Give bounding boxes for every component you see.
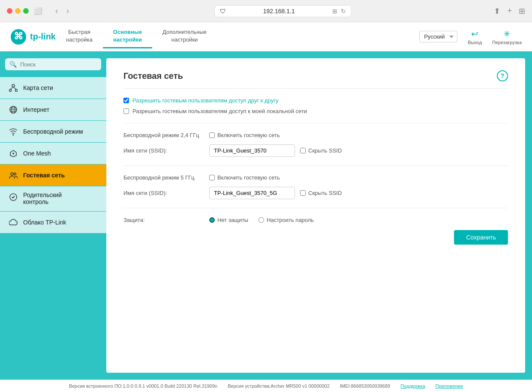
forward-button[interactable]: › [64, 6, 72, 16]
divider-1 [123, 123, 508, 123]
enable-guest-5-group: Включить гостевую сеть [209, 174, 280, 181]
minimize-dot[interactable] [15, 8, 21, 14]
sidebar-item-network-map[interactable]: Карта сети [0, 77, 106, 99]
share-icon[interactable]: ⬆ [494, 6, 500, 16]
svg-point-12 [13, 135, 14, 136]
wireless-label: Беспроводной режим [23, 128, 83, 135]
logout-label: Выход [468, 40, 482, 45]
set-password-label: Настроить пароль [267, 217, 314, 223]
enable-guest-5-label[interactable]: Включить гостевую сеть [217, 174, 280, 181]
sidebar-item-wireless[interactable]: Беспроводной режим [0, 121, 106, 142]
ssid-24-input[interactable] [209, 144, 295, 157]
sidebar-item-internet[interactable]: Интернет [0, 99, 106, 120]
search-box[interactable]: 🔍 [5, 58, 101, 70]
browser-actions: ⬆ + ⊞ [494, 6, 525, 16]
sidebar-item-parental-control[interactable]: Родительскийконтроль [0, 186, 106, 211]
app: ⌘ tp-link Быстрая настройка Основные нас… [0, 22, 532, 392]
svg-point-13 [12, 153, 14, 155]
set-password-radio[interactable] [258, 217, 264, 223]
guest-icon [9, 171, 18, 180]
svg-text:⌘: ⌘ [14, 31, 23, 42]
support-link[interactable]: Поддержка [400, 383, 425, 389]
protection-row: Защита: Нет защиты Настроить пароль [123, 217, 508, 223]
window-icon: ⬜ [34, 7, 42, 15]
tab-advanced[interactable]: Дополнительные настройки [152, 25, 217, 48]
ssid-5-label: Имя сети (SSID): [123, 190, 209, 196]
logo-icon: ⌘ [10, 29, 27, 45]
set-password-option[interactable]: Настроить пароль [258, 217, 314, 223]
logout-icon: ↩ [471, 29, 478, 39]
tabs-icon[interactable]: ⊞ [519, 6, 525, 16]
tab-basic[interactable]: Основные настройки [103, 25, 152, 48]
svg-point-4 [15, 90, 18, 92]
security-icon: 🛡 [220, 8, 226, 15]
allow-guest-to-local-label[interactable]: Разрешить гостевым пользователям доступ … [132, 108, 307, 114]
logo: ⌘ tp-link [10, 29, 56, 45]
save-button[interactable]: Сохранить [454, 230, 508, 245]
allow-guest-to-local-row: Разрешить гостевым пользователям доступ … [123, 108, 508, 114]
guest-network-label: Гостевая сеть [23, 172, 65, 179]
cloud-icon [9, 218, 18, 227]
svg-point-14 [11, 173, 13, 175]
one-mesh-label: One Mesh [23, 150, 51, 157]
wifi-icon [9, 127, 18, 136]
new-tab-icon[interactable]: + [507, 6, 512, 16]
allow-guest-to-guest-row: Разрешить гостевым пользователям доступ … [123, 97, 508, 104]
reboot-icon: ✳ [503, 29, 511, 39]
hide-ssid-5-label[interactable]: Скрыть SSID [308, 190, 342, 196]
save-btn-row: Сохранить [123, 230, 508, 245]
page-title-row: Гостевая сеть ? [123, 70, 508, 89]
svg-point-2 [12, 84, 15, 87]
hide-ssid-24-checkbox[interactable] [300, 148, 306, 153]
parental-icon [9, 192, 18, 202]
sidebar-item-tp-cloud[interactable]: Облако TP-Link [0, 212, 106, 233]
search-input[interactable] [20, 61, 97, 68]
divider-2 [123, 165, 508, 166]
device-info: Версия устройства:Archer MR500 v1 000000… [228, 383, 330, 389]
help-icon[interactable]: ? [497, 70, 508, 81]
tab-quick[interactable]: Быстрая настройка [56, 25, 103, 48]
band-5-label: Беспроводной режим 5 ГГц [123, 174, 209, 181]
maximize-dot[interactable] [23, 8, 29, 14]
svg-line-6 [13, 87, 16, 90]
internet-label: Интернет [23, 106, 49, 113]
address-icons: ⊞ ↻ [332, 8, 346, 15]
header: ⌘ tp-link Быстрая настройка Основные нас… [0, 22, 532, 51]
back-button[interactable]: ‹ [53, 6, 60, 16]
no-protection-radio[interactable] [209, 217, 215, 223]
band-24-row: Беспроводной режим 2,4 ГГц Включить гост… [123, 132, 508, 138]
no-protection-option[interactable]: Нет защиты [209, 217, 248, 223]
svg-line-5 [10, 87, 13, 90]
allow-guest-to-local-checkbox[interactable] [123, 108, 129, 114]
reboot-button[interactable]: ✳ Перезагрузка [492, 29, 522, 45]
content-panel: Гостевая сеть ? Разрешить гостевым польз… [106, 58, 525, 373]
logout-button[interactable]: ↩ Выход [468, 29, 482, 45]
sidebar-item-guest-network[interactable]: Гостевая сеть [0, 165, 106, 186]
enable-guest-24-checkbox[interactable] [209, 132, 215, 138]
reload-icon[interactable]: ↻ [341, 8, 346, 15]
browser-chrome: ⬜ ‹ › 🛡 192.168.1.1 ⊞ ↻ ⬆ + ⊞ [0, 0, 532, 22]
sidebar-item-one-mesh[interactable]: One Mesh [0, 143, 106, 164]
ssid-5-row: Имя сети (SSID): Скрыть SSID [123, 187, 508, 199]
hide-ssid-24-label[interactable]: Скрыть SSID [308, 147, 342, 154]
ssid-24-label: Имя сети (SSID): [123, 147, 209, 154]
page-title: Гостевая сеть [123, 71, 183, 81]
divider-3 [123, 208, 508, 208]
ssid-5-input[interactable] [209, 187, 295, 199]
close-dot[interactable] [7, 8, 12, 14]
allow-guest-to-guest-label[interactable]: Разрешить гостевым пользователям доступ … [132, 97, 278, 104]
enable-guest-5-checkbox[interactable] [209, 175, 215, 180]
address-bar[interactable]: 🛡 192.168.1.1 ⊞ ↻ [214, 5, 352, 17]
parental-label: Родительскийконтроль [23, 192, 62, 205]
network-map-icon [9, 83, 18, 93]
no-protection-label: Нет защиты [217, 217, 248, 223]
app-link[interactable]: Приложение [436, 383, 463, 389]
logo-text: tp-link [30, 32, 56, 42]
hide-ssid-5-checkbox[interactable] [300, 190, 306, 196]
band-5-row: Беспроводной режим 5 ГГц Включить гостев… [123, 174, 508, 181]
enable-guest-24-label[interactable]: Включить гостевую сеть [217, 132, 280, 138]
language-select[interactable]: Русский English [419, 31, 457, 42]
allow-guest-to-guest-checkbox[interactable] [123, 98, 129, 103]
browser-nav: ‹ › [53, 6, 72, 16]
reader-icon: ⊞ [332, 8, 337, 15]
